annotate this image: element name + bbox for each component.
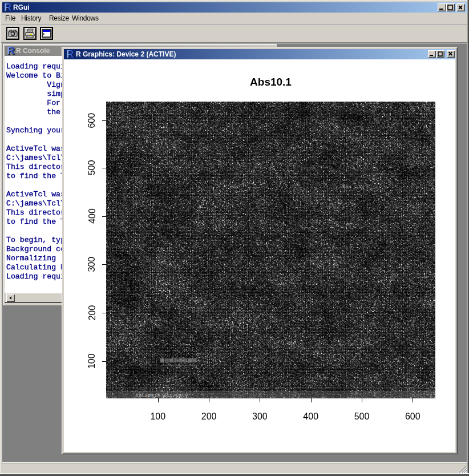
svg-text:500: 500	[87, 160, 97, 175]
svg-text:200: 200	[87, 305, 97, 321]
svg-text:600: 600	[87, 113, 97, 128]
svg-text:CAL50KIA IIC/CSCV: CAL50KIA IIC/CSCV	[136, 393, 188, 398]
svg-text:R: R	[4, 3, 11, 12]
svg-text:100: 100	[87, 353, 97, 369]
svg-text:R: R	[66, 50, 74, 59]
svg-text:300: 300	[87, 257, 97, 272]
svg-text:R: R	[7, 46, 14, 55]
svg-text:400: 400	[87, 208, 97, 224]
